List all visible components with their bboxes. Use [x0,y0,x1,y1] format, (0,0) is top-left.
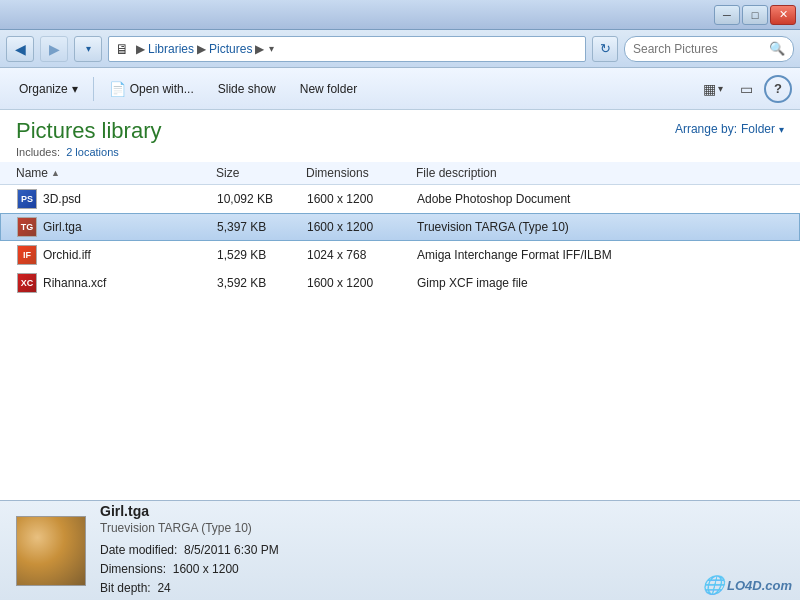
file-icon: TG [17,217,37,237]
library-includes: Includes: 2 locations [16,146,161,158]
file-dimensions-cell: 1600 x 1200 [307,276,417,290]
preview-pane-button[interactable]: ▭ [732,75,760,103]
library-title: Pictures library [16,118,161,144]
organize-button[interactable]: Organize ▾ [8,73,89,105]
file-name-text: 3D.psd [43,192,81,206]
forward-button[interactable]: ▶ [40,36,68,62]
watermark: 🌐 LO4D.com [702,574,792,596]
file-dimensions-cell: 1600 x 1200 [307,192,417,206]
arrange-value[interactable]: Folder [741,122,775,136]
new-folder-label: New folder [300,82,357,96]
organize-label: Organize [19,82,68,96]
path-pictures[interactable]: Pictures [209,42,252,56]
table-row[interactable]: IF Orchid.iff 1,529 KB 1024 x 768 Amiga … [0,241,800,269]
file-dimensions-cell: 1024 x 768 [307,248,417,262]
file-size-cell: 5,397 KB [217,220,307,234]
refresh-button[interactable]: ↻ [592,36,618,62]
views-arrow-icon: ▾ [718,83,723,94]
maximize-button[interactable]: □ [742,5,768,25]
help-button[interactable]: ? [764,75,792,103]
path-icon: 🖥 [115,41,129,57]
file-description-cell: Amiga Interchange Format IFF/ILBM [417,248,783,262]
path-libraries[interactable]: Libraries [148,42,194,56]
file-name-text: Orchid.iff [43,248,91,262]
file-list: PS 3D.psd 10,092 KB 1600 x 1200 Adobe Ph… [0,185,800,297]
slideshow-button[interactable]: Slide show [207,73,287,105]
window-controls: ─ □ ✕ [714,5,796,25]
file-description-cell: Truevision TARGA (Type 10) [417,220,783,234]
search-input[interactable] [633,42,765,56]
address-bar: ◀ ▶ ▾ 🖥 ▶ Libraries ▶ Pictures ▶ ▾ ↻ 🔍 [0,30,800,68]
locations-link[interactable]: 2 locations [66,146,119,158]
status-bar: Girl.tga Truevision TARGA (Type 10) Date… [0,500,800,600]
back-button[interactable]: ◀ [6,36,34,62]
search-box[interactable]: 🔍 [624,36,794,62]
file-size-cell: 1,529 KB [217,248,307,262]
arrange-by: Arrange by: Folder ▾ [675,122,784,136]
file-name-cell: IF Orchid.iff [17,245,217,265]
preview-filename: Girl.tga [100,503,784,519]
dimensions-value: 1600 x 1200 [173,562,239,576]
table-row[interactable]: TG Girl.tga 5,397 KB 1600 x 1200 Truevis… [0,213,800,241]
file-description-cell: Gimp XCF image file [417,276,783,290]
file-list-header: Name ▲ Size Dimensions File description [0,162,800,185]
organize-arrow-icon: ▾ [72,82,78,96]
file-size-cell: 10,092 KB [217,192,307,206]
file-icon: XC [17,273,37,293]
search-icon: 🔍 [769,41,785,56]
open-with-label: Open with... [130,82,194,96]
file-dimensions-cell: 1600 x 1200 [307,220,417,234]
column-size[interactable]: Size [216,166,306,180]
file-name-text: Girl.tga [43,220,82,234]
toolbar: Organize ▾ 📄 Open with... Slide show New… [0,68,800,110]
preview-filetype: Truevision TARGA (Type 10) [100,521,784,535]
file-name-text: Rihanna.xcf [43,276,106,290]
recent-locations-button[interactable]: ▾ [74,36,102,62]
table-row[interactable]: XC Rihanna.xcf 3,592 KB 1600 x 1200 Gimp… [0,269,800,297]
arrange-arrow-icon[interactable]: ▾ [779,124,784,135]
bitdepth-label: Bit depth: [100,581,151,595]
preview-metadata: Date modified: 8/5/2011 6:30 PM Dimensio… [100,541,784,599]
column-name[interactable]: Name ▲ [16,166,216,180]
file-description-cell: Adobe Photoshop Document [417,192,783,206]
file-size-cell: 3,592 KB [217,276,307,290]
minimize-button[interactable]: ─ [714,5,740,25]
thumbnail-image [17,517,85,585]
open-with-button[interactable]: 📄 Open with... [98,73,205,105]
bitdepth-value: 24 [157,581,170,595]
new-folder-button[interactable]: New folder [289,73,368,105]
open-with-icon: 📄 [109,81,126,97]
main-content: Pictures library Includes: 2 locations A… [0,110,800,500]
toolbar-separator-1 [93,77,94,101]
arrange-label: Arrange by: [675,122,737,136]
file-icon: IF [17,245,37,265]
column-dimensions[interactable]: Dimensions [306,166,416,180]
dimensions-label: Dimensions: [100,562,166,576]
views-icon: ▦ [703,81,716,97]
file-name-cell: PS 3D.psd [17,189,217,209]
date-modified-label: Date modified: [100,543,177,557]
includes-label: Includes: [16,146,60,158]
file-area: Pictures library Includes: 2 locations A… [0,110,800,500]
preview-thumbnail [16,516,86,586]
preview-info: Girl.tga Truevision TARGA (Type 10) Date… [100,503,784,599]
title-bar: ─ □ ✕ [0,0,800,30]
table-row[interactable]: PS 3D.psd 10,092 KB 1600 x 1200 Adobe Ph… [0,185,800,213]
file-name-cell: XC Rihanna.xcf [17,273,217,293]
date-modified-value: 8/5/2011 6:30 PM [184,543,279,557]
file-name-cell: TG Girl.tga [17,217,217,237]
column-description[interactable]: File description [416,166,784,180]
library-header: Pictures library Includes: 2 locations A… [0,110,800,162]
address-path[interactable]: 🖥 ▶ Libraries ▶ Pictures ▶ ▾ [108,36,586,62]
lo4d-logo-text: LO4D.com [727,578,792,593]
file-icon: PS [17,189,37,209]
close-button[interactable]: ✕ [770,5,796,25]
sort-arrow-icon: ▲ [51,168,60,178]
library-info: Pictures library Includes: 2 locations [16,118,161,158]
toolbar-right: ▦ ▾ ▭ ? [698,75,792,103]
slideshow-label: Slide show [218,82,276,96]
path-dropdown-icon[interactable]: ▾ [269,43,274,54]
views-button[interactable]: ▦ ▾ [698,75,728,103]
